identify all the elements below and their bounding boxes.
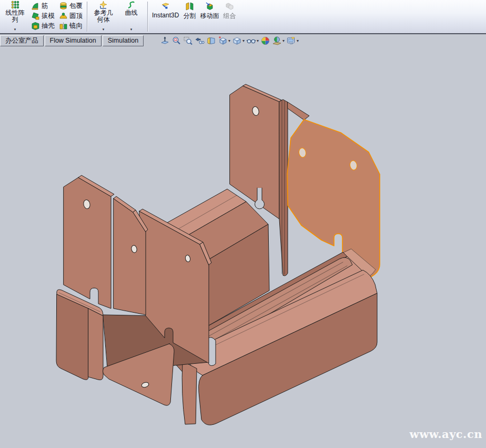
- display-style-button[interactable]: ▾: [231, 36, 245, 46]
- flyout-caret-icon[interactable]: ▾: [130, 27, 133, 33]
- graphics-viewport[interactable]: [0, 0, 486, 448]
- dome-button[interactable]: 圆顶: [57, 11, 85, 21]
- dome-label: 圆顶: [69, 12, 83, 21]
- curves-label: 曲线: [120, 9, 143, 16]
- combine-icon: [225, 2, 234, 11]
- instant3d-button[interactable]: Instant3D: [150, 0, 181, 33]
- watermark: www.ayc.cn: [410, 427, 482, 441]
- shell-button[interactable]: 抽壳: [29, 21, 57, 31]
- tab-notch[interactable]: [208, 337, 216, 366]
- instant3d-icon: [161, 2, 170, 11]
- linear-pattern-button[interactable]: 线性阵列 ▾: [1, 0, 29, 33]
- flyout-caret-icon[interactable]: ▾: [14, 27, 16, 33]
- edit-appearance-icon: [260, 36, 270, 46]
- dropdown-caret-icon[interactable]: ▾: [228, 38, 230, 43]
- split-button[interactable]: 分割: [181, 0, 198, 33]
- feature-column-1: 筋 拔模 抽壳: [29, 0, 57, 33]
- dropdown-caret-icon[interactable]: ▾: [282, 38, 285, 43]
- command-tab-band: 办公室产品 Flow Simulation Simulation: [0, 35, 486, 47]
- feature-toolbar: 线性阵列 ▾ 筋 拔模: [0, 0, 486, 34]
- curves-button[interactable]: 曲线 ▾: [117, 0, 145, 33]
- view-orientation-button[interactable]: ▾: [217, 36, 231, 46]
- rib-button[interactable]: 筋: [29, 1, 57, 11]
- zoom-to-fit-icon: [171, 36, 181, 46]
- display-style-icon: [232, 36, 242, 46]
- mirror-label: 镜向: [69, 22, 83, 31]
- wrap-label: 包覆: [69, 2, 83, 11]
- rib-label: 筋: [42, 2, 48, 11]
- dome-icon: [59, 12, 68, 21]
- previous-view-button[interactable]: [194, 36, 205, 46]
- rib-icon: [31, 2, 40, 11]
- combine-label: 组合: [223, 12, 236, 21]
- split-label: 分割: [183, 12, 196, 21]
- tab-simulation[interactable]: Simulation: [103, 35, 144, 46]
- split-icon: [185, 2, 194, 11]
- section-view-button[interactable]: [206, 36, 217, 46]
- left-box-front-face[interactable]: [56, 294, 88, 380]
- zoom-to-fit-button[interactable]: [171, 36, 182, 46]
- dropdown-caret-icon[interactable]: ▾: [297, 38, 299, 43]
- left-box-right-face[interactable]: [88, 308, 103, 380]
- command-manager-tabs: 办公室产品 Flow Simulation Simulation: [0, 35, 145, 46]
- dropdown-caret-icon[interactable]: ▾: [242, 38, 245, 43]
- solidworks-window: www.ayc.cn 线性阵列 ▾ 筋: [0, 0, 486, 448]
- hide-show-items-icon: [246, 36, 256, 46]
- section-view-icon: [206, 36, 216, 46]
- right-box-left-face[interactable]: [182, 361, 197, 424]
- shell-icon: [31, 22, 40, 31]
- apply-scene-icon: [272, 36, 282, 46]
- apply-scene-button[interactable]: ▾: [271, 36, 285, 46]
- normal-to-icon: [160, 36, 170, 46]
- combine-button: 组合: [221, 0, 238, 33]
- shell-label: 抽壳: [42, 22, 55, 31]
- previous-view-icon: [195, 36, 205, 46]
- view-settings-icon: [286, 36, 296, 46]
- move-face-button[interactable]: 移动面: [198, 0, 221, 33]
- left-flange-face[interactable]: [64, 177, 111, 308]
- view-orientation-icon: [218, 36, 228, 46]
- tab-flow-simulation[interactable]: Flow Simulation: [45, 35, 102, 46]
- curves-icon: [127, 1, 136, 9]
- flyout-caret-icon[interactable]: ▾: [103, 27, 105, 33]
- instant3d-label: Instant3D: [152, 12, 179, 19]
- move-face-icon: [205, 2, 214, 11]
- feature-column-2: 包覆 圆顶 镜向: [57, 0, 85, 33]
- heads-up-view-toolbar: ▾ ▾ ▾: [159, 36, 299, 46]
- wrap-button[interactable]: 包覆: [57, 1, 85, 11]
- wrap-icon: [59, 2, 68, 11]
- linear-pattern-icon: [11, 1, 19, 9]
- view-settings-button[interactable]: ▾: [286, 36, 299, 46]
- zoom-to-area-button[interactable]: [183, 36, 194, 46]
- dropdown-caret-icon[interactable]: ▾: [257, 38, 259, 43]
- mirror-button[interactable]: 镜向: [57, 21, 85, 31]
- draft-button[interactable]: 拔模: [29, 11, 57, 21]
- reference-geometry-label: 参考几何体: [92, 9, 115, 23]
- mirror-icon: [59, 22, 68, 31]
- toolbar-separator: [147, 2, 148, 32]
- move-face-label: 移动面: [200, 12, 219, 21]
- tab-office-products[interactable]: 办公室产品: [0, 35, 44, 46]
- toolbar-separator: [87, 2, 87, 32]
- edit-appearance-button[interactable]: [260, 36, 271, 46]
- linear-pattern-label: 线性阵列: [4, 9, 27, 23]
- draft-icon: [31, 12, 40, 21]
- hide-show-items-button[interactable]: ▾: [246, 36, 259, 46]
- zoom-to-area-icon: [183, 36, 193, 46]
- normal-to-button[interactable]: [159, 36, 170, 46]
- reference-geometry-icon: [99, 1, 108, 9]
- draft-label: 拔模: [42, 12, 55, 21]
- reference-geometry-button[interactable]: 参考几何体 ▾: [89, 0, 117, 33]
